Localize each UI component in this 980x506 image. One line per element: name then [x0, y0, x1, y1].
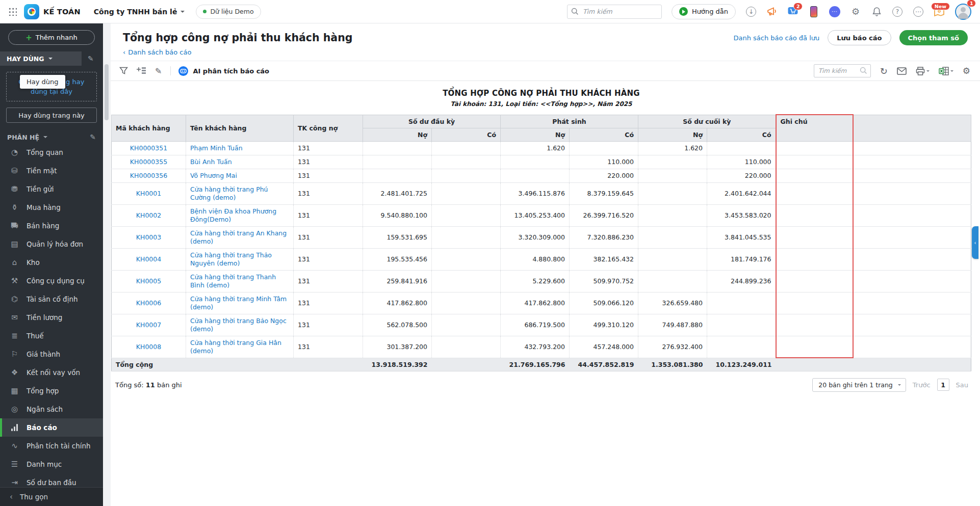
sidebar-item-overview[interactable]: ◔Tổng quan: [0, 143, 103, 162]
customer-name-link[interactable]: Bệnh viện Đa khoa Phương Đông(Demo): [190, 207, 276, 223]
customer-code-link[interactable]: KH0003: [136, 233, 161, 241]
expand-panel-tab[interactable]: ‹: [972, 226, 978, 259]
help-icon[interactable]: ?: [892, 6, 903, 17]
sidebar-item-budget[interactable]: ◎Ngân sách: [0, 400, 103, 418]
closing-credit: 3.841.045.535: [707, 226, 776, 248]
page-size-select[interactable]: 20 bản ghi trên 1 trang: [812, 378, 906, 392]
sidebar-item-label: Giá thành: [27, 350, 60, 358]
edit-pencil-icon[interactable]: ✎: [155, 66, 162, 76]
customer-code-link[interactable]: KH0008: [136, 343, 161, 351]
print-icon[interactable]: [916, 67, 930, 75]
favorites-header[interactable]: HAY DÙNG: [0, 51, 82, 66]
closing-credit: [707, 314, 776, 336]
back-to-report-list-link[interactable]: ‹ Danh sách báo cáo: [123, 48, 191, 56]
export-excel-icon[interactable]: [939, 67, 953, 75]
customer-code: KH0000351: [112, 141, 186, 155]
collapse-label: Thu gọn: [20, 493, 48, 501]
sidebar-item-purchase[interactable]: ⚱Mua hàng: [0, 198, 103, 217]
sidebar-item-payroll[interactable]: ✉Tiền lương: [0, 308, 103, 327]
sidebar-item-costing[interactable]: ⚐Giá thành: [0, 345, 103, 363]
scrollbar-thumb[interactable]: [105, 64, 109, 120]
sidebar-item-categories[interactable]: ☰Danh mục: [0, 455, 103, 473]
favorite-this-page-button[interactable]: Hay dùng trang này: [6, 108, 97, 123]
sidebar-item-fixed-assets[interactable]: ⌬Tài sản cố định: [0, 290, 103, 308]
app-launcher-icon[interactable]: [8, 7, 17, 16]
customer-name-link[interactable]: Cửa hàng thời trang Bảo Ngọc (demo): [190, 317, 287, 333]
subheader-debit: Nợ: [501, 128, 570, 141]
customer-name-link[interactable]: Cửa hàng thời trang Thảo Nguyên (demo): [190, 251, 272, 267]
whats-new-map-icon[interactable]: New: [934, 6, 945, 17]
sidebar-item-general-ledger[interactable]: ▦Tổng hợp: [0, 382, 103, 400]
add-column-icon[interactable]: [137, 67, 146, 75]
sidebar-item-cash[interactable]: ⛁Tiền mặt: [0, 162, 103, 180]
opening-balance-icon: ⇥: [10, 478, 19, 487]
customer-name-link[interactable]: Cửa hàng thời trang An Khang (demo): [190, 229, 287, 245]
global-search-input[interactable]: [567, 5, 662, 19]
customer-code-link[interactable]: KH0000356: [130, 172, 167, 179]
customer-code-link[interactable]: KH0000351: [130, 144, 167, 152]
download-icon[interactable]: ↓: [745, 6, 757, 17]
favorites-hint-box[interactable]: Ghim tính năng hay dùng tại đây Hay dùng: [6, 72, 97, 101]
cart-icon[interactable]: 2: [787, 6, 798, 17]
sidebar-item-bank-deposit[interactable]: ⛃Tiền gửi: [0, 180, 103, 198]
sidebar-item-reports[interactable]: Báo cáo: [0, 418, 103, 437]
pagination-prev[interactable]: Trước: [913, 381, 931, 389]
choose-params-button[interactable]: Chọn tham số: [899, 30, 968, 45]
customer-code-link[interactable]: KH0005: [136, 277, 161, 285]
pagination-next[interactable]: Sau: [956, 381, 968, 389]
customer-code-link[interactable]: KH0007: [136, 321, 161, 329]
sidebar-item-loan-connect[interactable]: ❖Kết nối vay vốn: [0, 363, 103, 382]
table-settings-gear-icon[interactable]: ⚙: [963, 66, 970, 76]
sidebar-item-warehouse[interactable]: ⌂Kho: [0, 253, 103, 272]
closing-debit: [638, 226, 707, 248]
collapse-sidebar-button[interactable]: ‹ Thu gọn: [0, 487, 103, 506]
opening-debit: 562.078.500: [363, 314, 432, 336]
avatar[interactable]: 1: [955, 3, 972, 20]
email-icon[interactable]: [897, 67, 907, 75]
refresh-icon[interactable]: ↻: [880, 66, 888, 76]
chat-icon[interactable]: ⋯: [829, 6, 840, 17]
opening-credit: [432, 155, 501, 169]
edit-modules-pencil-icon[interactable]: ✎: [90, 133, 96, 141]
edit-favorites-pencil-icon[interactable]: ✎: [88, 55, 94, 63]
ai-analyze-button[interactable]: AI phân tích báo cáo: [178, 66, 269, 76]
total-closing-credit: 10.123.249.011: [707, 358, 776, 371]
customer-code-link[interactable]: KH0001: [136, 190, 161, 197]
guide-button[interactable]: Hướng dẫn: [672, 4, 736, 19]
sidebar-item-tools[interactable]: ⚒Công cụ dụng cụ: [0, 272, 103, 290]
customer-code-link[interactable]: KH0004: [136, 255, 161, 263]
pagination-page-1[interactable]: 1: [937, 379, 949, 391]
customer-name-link[interactable]: Bùi Anh Tuấn: [190, 158, 232, 166]
customer-code-link[interactable]: KH0002: [136, 211, 161, 219]
company-selector[interactable]: Công ty TNHH bán lẻ: [94, 8, 185, 16]
sidebar-item-sales[interactable]: ⛟Bán hàng: [0, 217, 103, 235]
sidebar-item-opening-balance[interactable]: ⇥Số dư ban đầu: [0, 473, 103, 487]
customer-code-link[interactable]: KH0000355: [130, 158, 167, 166]
customer-name-link[interactable]: Cửa hàng thời trang Minh Tâm (demo): [190, 295, 287, 311]
more-options-icon[interactable]: ⋯: [913, 6, 924, 17]
customer-name-link[interactable]: Cửa hàng thời trang Gia Hân (demo): [190, 339, 281, 355]
guide-label: Hướng dẫn: [692, 8, 728, 15]
megaphone-icon[interactable]: [766, 6, 778, 17]
filter-icon[interactable]: [119, 67, 128, 75]
customer-name: Cửa hàng thời trang Thanh Bình (demo): [186, 270, 294, 292]
save-report-button[interactable]: Lưu báo cáo: [828, 30, 891, 45]
modules-header[interactable]: PHÂN HỆ: [7, 134, 84, 141]
sidebar-item-invoice[interactable]: ▤Quản lý hóa đơn: [0, 235, 103, 253]
notification-bell-icon[interactable]: [871, 6, 882, 17]
demo-data-badge[interactable]: Dữ liệu Demo: [196, 5, 261, 19]
saved-reports-link[interactable]: Danh sách báo cáo đã lưu: [733, 34, 819, 42]
mobile-app-icon[interactable]: [808, 6, 819, 17]
app-logo[interactable]: [24, 4, 39, 19]
customer-name-link[interactable]: Cửa hàng thời trang Phú Cường (demo): [190, 185, 268, 201]
customer-name-link[interactable]: Võ Phương Mai: [190, 172, 237, 179]
quick-add-button[interactable]: + Thêm nhanh: [8, 30, 95, 45]
chevron-left-icon: ‹: [10, 492, 13, 501]
settings-gear-icon[interactable]: ⚙: [850, 6, 861, 17]
note-cell: [776, 141, 853, 155]
customer-name-link[interactable]: Phạm Minh Tuấn: [190, 144, 243, 152]
customer-code-link[interactable]: KH0006: [136, 299, 161, 307]
sidebar-item-financial-analysis[interactable]: ∿Phân tích tài chính: [0, 437, 103, 455]
sidebar-item-tax[interactable]: ≣Thuế: [0, 327, 103, 345]
customer-name-link[interactable]: Cửa hàng thời trang Thanh Bình (demo): [190, 273, 276, 289]
